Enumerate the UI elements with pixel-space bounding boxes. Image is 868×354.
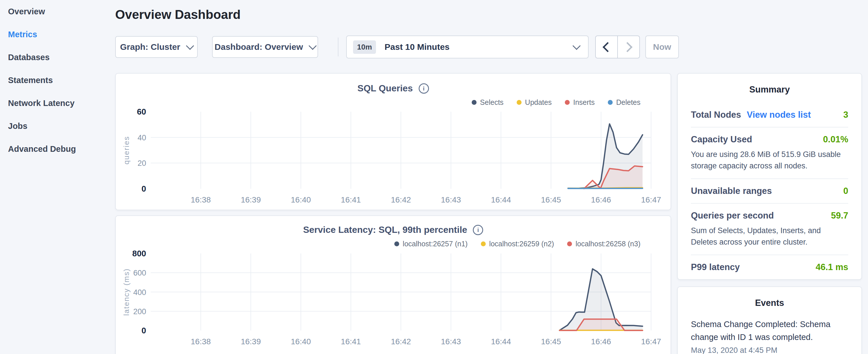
summary-row-value: 0.01%: [823, 134, 848, 144]
summary-row-label: Total Nodes: [691, 110, 741, 120]
summary-row-label: Unavailable ranges: [691, 186, 772, 196]
svg-text:16:43: 16:43: [441, 337, 461, 346]
svg-text:16:44: 16:44: [491, 195, 511, 204]
sidebar-item-advanced-debug[interactable]: Advanced Debug: [0, 137, 115, 160]
svg-text:16:38: 16:38: [191, 195, 211, 204]
summary-row-label: P99 latency: [691, 262, 740, 272]
summary-row-value: 46.1 ms: [815, 262, 848, 272]
sql-queries-chart-card: SQL Queries SelectsUpdatesInsertsDeletes…: [115, 73, 671, 210]
summary-row-description: Sum of Selects, Updates, Inserts, and De…: [691, 225, 848, 248]
svg-text:16:40: 16:40: [291, 195, 311, 204]
svg-text:16:41: 16:41: [341, 195, 361, 204]
svg-text:20: 20: [137, 159, 146, 167]
svg-text:16:42: 16:42: [391, 195, 411, 204]
svg-text:16:38: 16:38: [191, 337, 211, 346]
time-range-label: Past 10 Minutes: [384, 42, 450, 52]
summary-row-value: 3: [843, 110, 848, 120]
time-range-selector[interactable]: 10m Past 10 Minutes: [346, 35, 589, 58]
summary-row: Total NodesView nodes list3: [691, 110, 848, 127]
sidebar-item-databases[interactable]: Databases: [0, 46, 115, 69]
svg-text:16:44: 16:44: [491, 337, 511, 346]
svg-text:16:39: 16:39: [241, 195, 261, 204]
summary-row: P99 latency46.1 ms: [691, 262, 848, 279]
now-button-label: Now: [653, 42, 671, 52]
service-latency-chart-card: Service Latency: SQL, 99th percentile lo…: [115, 215, 671, 354]
sidebar-item-overview[interactable]: Overview: [0, 0, 115, 23]
svg-text:0: 0: [142, 326, 146, 335]
svg-text:16:42: 16:42: [391, 337, 411, 346]
chevron-right-icon: [622, 42, 632, 52]
page-title: Overview Dashboard: [115, 7, 241, 22]
sidebar: OverviewMetricsDatabasesStatementsNetwor…: [0, 0, 115, 354]
svg-text:40: 40: [137, 133, 146, 142]
chevron-down-icon: [309, 42, 317, 50]
svg-text:16:46: 16:46: [591, 195, 611, 204]
svg-text:800: 800: [132, 249, 146, 258]
svg-text:16:45: 16:45: [541, 337, 561, 346]
event-timestamp: May 13, 2020 at 4:45 PM: [691, 346, 848, 354]
summary-row-label: Queries per second: [691, 211, 774, 221]
sidebar-item-metrics[interactable]: Metrics: [0, 23, 115, 46]
sql-queries-plot: 020406016:3816:3916:4016:4116:4216:4316:…: [116, 74, 672, 211]
chevron-down-icon: [572, 42, 581, 50]
svg-text:16:47: 16:47: [641, 337, 661, 346]
summary-panel: Summary Total NodesView nodes list3Capac…: [677, 73, 862, 280]
sidebar-item-statements[interactable]: Statements: [0, 69, 115, 92]
svg-text:16:46: 16:46: [591, 337, 611, 346]
dashboard-dropdown-label: Dashboard: Overview: [215, 42, 303, 52]
svg-text:16:41: 16:41: [341, 337, 361, 346]
summary-row: Capacity Used0.01%You are using 28.6 MiB…: [691, 134, 848, 179]
dashboard-dropdown[interactable]: Dashboard: Overview: [212, 36, 318, 58]
now-button[interactable]: Now: [645, 35, 679, 58]
chevron-left-icon: [602, 42, 613, 52]
time-back-button[interactable]: [596, 36, 618, 58]
svg-text:60: 60: [137, 107, 146, 116]
y-axis-unit-label: queries: [122, 136, 131, 164]
svg-text:16:40: 16:40: [291, 337, 311, 346]
summary-row-label: Capacity Used: [691, 134, 752, 144]
events-title: Events: [691, 298, 848, 308]
y-axis-unit-label: latency (ms): [122, 268, 131, 316]
svg-text:16:39: 16:39: [241, 337, 261, 346]
summary-row-description: You are using 28.6 MiB of 515.9 GiB usab…: [691, 149, 848, 171]
summary-row-value: 59.7: [831, 211, 848, 221]
svg-text:600: 600: [133, 269, 146, 277]
toolbar-divider: [338, 37, 338, 57]
graph-dropdown[interactable]: Graph: Cluster: [115, 36, 198, 58]
svg-text:0: 0: [142, 184, 146, 193]
svg-text:16:43: 16:43: [441, 195, 461, 204]
event-text[interactable]: Schema Change Completed: Schema change w…: [691, 318, 848, 344]
svg-text:400: 400: [133, 288, 146, 297]
summary-row-value: 0: [843, 186, 848, 196]
sidebar-item-jobs[interactable]: Jobs: [0, 115, 115, 137]
events-panel: Events Schema Change Completed: Schema c…: [677, 286, 862, 354]
sidebar-item-network-latency[interactable]: Network Latency: [0, 92, 115, 115]
summary-row: Unavailable ranges0: [691, 186, 848, 204]
graph-dropdown-label: Graph: Cluster: [120, 42, 180, 52]
chevron-down-icon: [186, 42, 194, 50]
summary-title: Summary: [691, 85, 848, 95]
summary-row: Queries per second59.7Sum of Selects, Up…: [691, 211, 848, 255]
svg-text:16:47: 16:47: [641, 195, 661, 204]
time-forward-button[interactable]: [618, 36, 639, 58]
svg-text:16:45: 16:45: [541, 195, 561, 204]
time-step-buttons: [595, 35, 640, 58]
service-latency-plot: 020040060080016:3816:3916:4016:4116:4216…: [116, 216, 672, 354]
svg-text:200: 200: [133, 307, 146, 316]
view-nodes-list-link[interactable]: View nodes list: [747, 110, 811, 120]
time-range-badge: 10m: [353, 40, 376, 54]
